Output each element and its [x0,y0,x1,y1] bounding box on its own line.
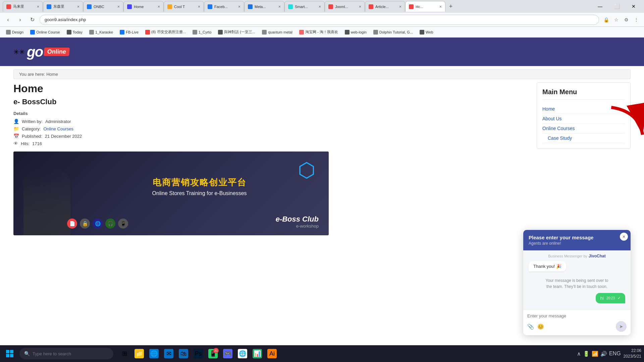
tab-cool[interactable]: Cool T × [164,1,204,12]
chat-header-content: Please enter your message Agents are onl… [529,235,625,246]
bookmark-shen[interactable]: 與神對話 (一至三... [215,29,258,35]
site-header: ✳✳ go Online [0,38,644,66]
attachment-icon[interactable]: 📎 [527,323,534,330]
new-tab-button[interactable]: + [445,1,456,12]
bookmark-design[interactable]: Design [3,29,26,35]
bookmark-label: FB-Live [126,30,139,34]
send-button[interactable]: ➤ [616,321,627,332]
chat-input-area[interactable]: 📎 😊 ➤ [523,309,631,335]
maximize-button[interactable]: ⬜ [609,1,625,12]
page-content: ✳✳ go Online You are here: Home Home e- … [0,38,644,345]
tray-lang[interactable]: ENG [609,351,621,357]
address-bar[interactable]: goon9.asia/index.php [40,15,599,25]
tab-label: 东森里 [53,4,64,9]
tab-close-icon[interactable]: × [37,4,39,9]
tab-close-icon[interactable]: × [399,4,401,9]
bookmark-online-course[interactable]: Online Course [28,29,62,35]
tab-meta[interactable]: Meta... × [244,1,284,12]
tab-close-icon[interactable]: × [359,4,361,9]
minimize-button[interactable]: — [592,1,608,12]
tray-icons: ∧ 🔋 📶 🔊 ENG [577,351,621,357]
extensions-icon[interactable]: ⚙ [622,15,631,24]
bookmark-label: Today [73,30,83,34]
menu-button[interactable]: ⋮ [632,15,641,24]
tab-close-icon[interactable]: × [158,4,160,9]
tray-battery-icon[interactable]: 🔋 [583,351,590,357]
mail-icon: ✉ [164,349,173,358]
sidebar-link-about[interactable]: About Us [542,116,562,121]
profile-icon[interactable]: 🔒 [602,15,610,24]
tab-马来里[interactable]: 马来里 × [3,1,43,12]
taskbar-app-illustrator[interactable]: Ai [265,347,279,361]
taskbar-app-photoshop[interactable]: Ps [191,347,205,361]
bookmark-label: (8) 币安交易所注册... [151,29,186,35]
tab-hc-active[interactable]: Hc... × [405,1,445,12]
tab-article[interactable]: Article... × [365,1,405,12]
bookmark-karaoke[interactable]: 1_Karaoke [87,29,116,35]
back-button[interactable]: ‹ [3,15,13,24]
bookmark-label: web-login [351,30,367,34]
tray-volume-icon[interactable]: 🔊 [600,351,607,357]
taskbar-app-store[interactable]: 🛍 [176,347,191,361]
bookmark-quantum[interactable]: quantum metal [259,29,295,35]
tab-close-icon[interactable]: × [238,4,240,9]
reload-button[interactable]: ↻ [28,15,37,24]
taskbar-app-discord[interactable]: 🎮 [221,347,235,361]
emoji-icon[interactable]: 😊 [537,323,544,330]
sidebar-link-home[interactable]: Home [542,106,555,112]
received-bubble: Thank you! 🎉 [529,261,566,272]
tab-close-icon[interactable]: × [117,4,120,9]
red-arrow-icon [603,100,644,146]
bookmark-fb-live[interactable]: FB-Live [117,29,141,35]
bookmark-web[interactable]: Web [417,29,436,35]
bookmark-taobao[interactable]: 淘宝网 - 淘！我喜欢 [297,29,341,35]
breadcrumb: You are here: Home [13,69,631,79]
taskbar-app-explorer[interactable]: 📁 [132,347,146,361]
taskbar-app-chrome[interactable]: 🌐 [235,347,250,361]
taskview-icon: ⊞ [120,349,129,358]
tab-close-icon[interactable]: × [278,4,281,9]
tab-close-icon[interactable]: × [439,4,442,9]
taskbar-search-input[interactable] [33,351,93,356]
tab-close-icon[interactable]: × [319,4,321,9]
written-by-row: 👤 Written by: Administrator [13,119,527,124]
check-icon: ✓ [618,296,621,300]
bookmark-weblogin[interactable]: web-login [342,29,369,35]
tab-东森[interactable]: 东森里 × [43,1,83,12]
bookmark-dolphin[interactable]: Dolphin Tutorial, G... [371,29,416,35]
chat-close-button[interactable]: × [620,233,628,241]
tab-favicon [409,4,414,9]
taskbar-app-whatsapp[interactable]: 📱 31 [206,347,220,361]
tab-joomla[interactable]: Jooml... × [325,1,365,12]
sidebar-link-case-study[interactable]: Case Study [548,135,572,141]
bookmark-today[interactable]: Today [64,29,85,35]
taskbar-app-mail[interactable]: ✉ [162,347,176,361]
bookmark-binance[interactable]: (8) 币安交易所注册... [143,29,189,35]
tray-clock[interactable]: 22:06 2023/5/21 [624,348,641,359]
star-icon[interactable]: ☆ [612,15,621,24]
taskbar-search-box[interactable]: 🔍 [19,348,113,359]
tab-favicon [369,4,373,9]
tab-onbc[interactable]: ONBC × [83,1,123,12]
svg-rect-4 [10,354,13,357]
tab-smart[interactable]: Smart... × [284,1,325,12]
tray-chevron-icon[interactable]: ∧ [577,351,581,357]
tab-facebook[interactable]: Faceb... × [204,1,244,12]
tab-favicon [127,4,132,9]
taskbar-app-edge[interactable]: 🌐 [147,347,161,361]
tab-close-icon[interactable]: × [77,4,79,9]
chat-input[interactable] [527,313,627,318]
taskbar-app-app2[interactable]: 📊 [250,347,264,361]
close-window-button[interactable]: ✕ [626,1,641,12]
tab-home[interactable]: Home × [123,1,164,12]
forward-button[interactable]: › [15,15,25,24]
tray-network-icon[interactable]: 📶 [592,351,598,357]
tab-close-icon[interactable]: × [198,4,200,9]
sidebar-link-online-courses[interactable]: Online Courses [542,126,575,131]
taskbar-app-taskview[interactable]: ⊞ [117,347,131,361]
chat-messages: Thank you! 🎉 Your message is being sent … [527,261,627,303]
start-button[interactable] [3,347,17,361]
bookmark-cyrto[interactable]: 1_Cyrto [190,29,214,35]
chat-header: Please enter your message Agents are onl… [523,230,631,250]
category-link[interactable]: Online Courses [43,126,73,131]
